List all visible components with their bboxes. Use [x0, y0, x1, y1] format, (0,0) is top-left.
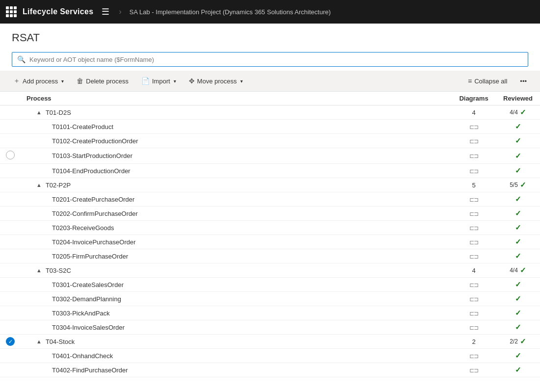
diagram-icon[interactable]: ⊏⊐ — [469, 153, 478, 159]
diagrams-cell: ⊏⊐ — [452, 349, 496, 363]
table-row[interactable]: T0401-OnhandCheck⊏⊐✓ — [0, 349, 540, 363]
reviewed-cell: ✓ — [496, 134, 540, 148]
process-name: T01-D2S — [46, 109, 71, 116]
diagram-icon[interactable]: ⊏⊐ — [469, 310, 478, 317]
reviewed-count: 4/4 — [510, 267, 518, 274]
row-selector[interactable] — [0, 120, 21, 134]
row-selector[interactable] — [0, 164, 21, 178]
row-selector[interactable] — [0, 363, 21, 377]
diagram-icon[interactable]: ⊏⊐ — [469, 296, 478, 303]
col-selector — [0, 92, 21, 105]
table-row[interactable]: ✓▲T04-Stock22/2 ✓ — [0, 335, 540, 349]
reviewed-count: 4/4 — [510, 109, 518, 116]
add-process-button[interactable]: ＋ Add process ▾ — [8, 74, 69, 88]
reviewed-cell: ✓ — [496, 363, 540, 377]
table-row[interactable]: T0205-FirmPurchaseOrder⊏⊐✓ — [0, 249, 540, 263]
row-selector[interactable] — [0, 278, 21, 292]
table-body: ▲T01-D2S44/4 ✓T0101-CreateProduct⊏⊐✓T010… — [0, 105, 540, 377]
table-row[interactable]: ▲T02-P2P55/5 ✓ — [0, 178, 540, 192]
row-selector[interactable] — [0, 178, 21, 192]
group-toggle[interactable]: ▲ — [36, 267, 42, 273]
diagram-icon[interactable]: ⊏⊐ — [469, 138, 478, 145]
collapse-all-button[interactable]: ≡ Collapse all — [463, 74, 513, 88]
row-selector[interactable] — [0, 134, 21, 148]
check-icon: ✓ — [515, 323, 521, 331]
group-toggle[interactable]: ▲ — [36, 109, 42, 115]
row-selector[interactable] — [0, 292, 21, 306]
table-row[interactable]: T0103-StartProductionOrder⊏⊐✓ — [0, 148, 540, 164]
breadcrumb-separator: › — [119, 7, 122, 16]
move-icon: ✥ — [189, 77, 195, 85]
collapse-icon: ≡ — [468, 77, 472, 85]
process-name: T03-S2C — [46, 267, 71, 274]
diagram-icon[interactable]: ⊏⊐ — [469, 124, 478, 131]
row-selector[interactable] — [0, 263, 21, 278]
diagram-icon[interactable]: ⊏⊐ — [469, 210, 478, 217]
grid-menu-icon[interactable] — [6, 6, 17, 17]
diagram-icon[interactable]: ⊏⊐ — [469, 282, 478, 288]
reviewed-badge: 5/5 ✓ — [510, 181, 526, 189]
table-row[interactable]: T0101-CreateProduct⊏⊐✓ — [0, 120, 540, 134]
process-name-cell: T0302-DemandPlanning — [21, 292, 452, 306]
process-name-cell: ▲T02-P2P — [21, 178, 452, 192]
row-selector[interactable] — [0, 320, 21, 335]
select-circle-checked[interactable]: ✓ — [6, 337, 15, 346]
row-selector[interactable] — [0, 148, 21, 164]
group-toggle[interactable]: ▲ — [36, 339, 42, 344]
row-selector[interactable] — [0, 249, 21, 263]
group-toggle[interactable]: ▲ — [36, 182, 42, 188]
diagram-icon[interactable]: ⊏⊐ — [469, 196, 478, 203]
hamburger-icon[interactable]: ☰ — [100, 4, 111, 19]
col-diagrams-header: Diagrams — [452, 92, 496, 105]
table-row[interactable]: T0203-ReceiveGoods⊏⊐✓ — [0, 221, 540, 235]
diagrams-cell: ⊏⊐ — [452, 134, 496, 148]
check-icon: ✓ — [515, 309, 521, 317]
import-button[interactable]: 📄 Import ▾ — [136, 74, 181, 88]
move-process-button[interactable]: ✥ Move process ▾ — [183, 74, 248, 88]
process-name-cell: T0104-EndProductionOrder — [21, 164, 452, 178]
diagram-icon[interactable]: ⊏⊐ — [469, 367, 478, 374]
table-row[interactable]: T0202-ConfirmPurchaseOrder⊏⊐✓ — [0, 207, 540, 221]
table-row[interactable]: T0102-CreateProductionOrder⊏⊐✓ — [0, 134, 540, 148]
delete-process-button[interactable]: 🗑 Delete process — [71, 74, 134, 88]
diagram-icon[interactable]: ⊏⊐ — [469, 324, 478, 331]
row-selector[interactable] — [0, 306, 21, 320]
diagram-icon[interactable]: ⊏⊐ — [469, 253, 478, 260]
row-selector[interactable] — [0, 221, 21, 235]
row-selector[interactable] — [0, 207, 21, 221]
check-icon: ✓ — [515, 166, 521, 175]
process-name: T0302-DemandPlanning — [52, 295, 121, 303]
row-selector[interactable] — [0, 105, 21, 120]
table-row[interactable]: ▲T01-D2S44/4 ✓ — [0, 105, 540, 120]
table-row[interactable]: T0204-InvoicePurchaseOrder⊏⊐✓ — [0, 235, 540, 249]
more-options-button[interactable]: ••• — [514, 75, 532, 88]
row-selector[interactable] — [0, 192, 21, 207]
diagram-icon[interactable]: ⊏⊐ — [469, 353, 478, 360]
table-row[interactable]: T0104-EndProductionOrder⊏⊐✓ — [0, 164, 540, 178]
process-name-cell: ▲T03-S2C — [21, 263, 452, 278]
diagram-icon[interactable]: ⊏⊐ — [469, 239, 478, 246]
row-selector[interactable] — [0, 235, 21, 249]
row-selector[interactable] — [0, 349, 21, 363]
process-name-cell: T0203-ReceiveGoods — [21, 221, 452, 235]
table-row[interactable]: ▲T03-S2C44/4 ✓ — [0, 263, 540, 278]
process-name: T02-P2P — [46, 182, 71, 189]
search-input[interactable] — [29, 56, 523, 63]
table-row[interactable]: T0304-InvoiceSalesOrder⊏⊐✓ — [0, 320, 540, 335]
reviewed-count: 2/2 — [510, 338, 518, 345]
table-row[interactable]: T0303-PickAndPack⊏⊐✓ — [0, 306, 540, 320]
row-selector[interactable]: ✓ — [0, 335, 21, 349]
diagram-icon[interactable]: ⊏⊐ — [469, 168, 478, 175]
table-row[interactable]: T0302-DemandPlanning⊏⊐✓ — [0, 292, 540, 306]
select-circle[interactable] — [6, 151, 15, 159]
process-name-cell: T0303-PickAndPack — [21, 306, 452, 320]
diagrams-cell: ⊏⊐ — [452, 221, 496, 235]
diagram-icon[interactable]: ⊏⊐ — [469, 225, 478, 232]
table-row[interactable]: T0301-CreateSalesOrder⊏⊐✓ — [0, 278, 540, 292]
process-name-cell: T0202-ConfirmPurchaseOrder — [21, 207, 452, 221]
table-row[interactable]: T0201-CreatePurchaseOrder⊏⊐✓ — [0, 192, 540, 207]
process-name: T0303-PickAndPack — [52, 310, 110, 317]
table-row[interactable]: T0402-FindPurchaseOrder⊏⊐✓ — [0, 363, 540, 377]
process-name: T0205-FirmPurchaseOrder — [52, 253, 128, 260]
reviewed-cell: ✓ — [496, 120, 540, 134]
